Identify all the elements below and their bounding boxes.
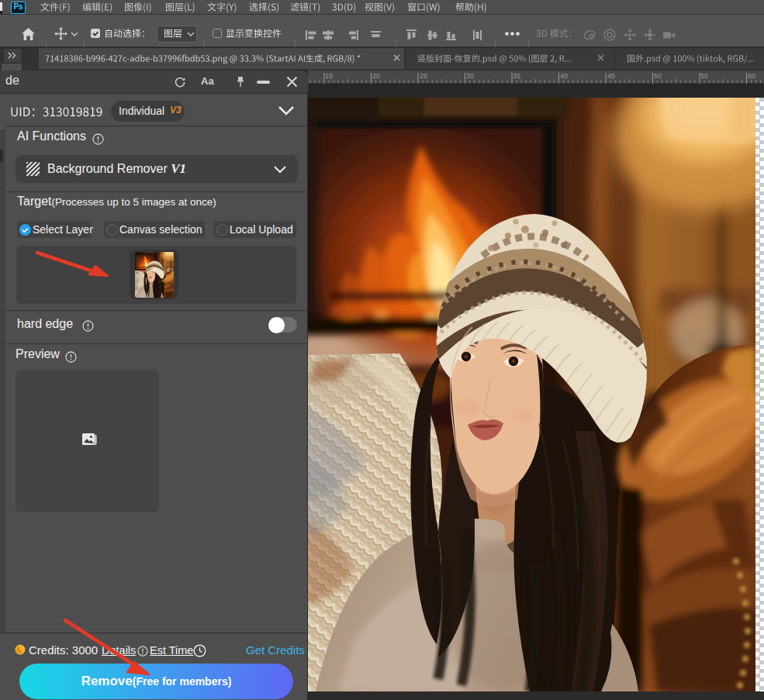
- svg-text:60: 60: [748, 72, 755, 80]
- svg-text:30: 30: [466, 72, 474, 80]
- svg-text:25: 25: [420, 72, 427, 80]
- svg-text:55: 55: [700, 72, 708, 80]
- svg-text:15: 15: [325, 72, 333, 80]
- svg-text:50: 50: [654, 72, 662, 80]
- svg-text:45: 45: [607, 72, 615, 80]
- svg-text:20: 20: [372, 72, 380, 80]
- svg-text:35: 35: [513, 72, 520, 80]
- svg-text:40: 40: [560, 72, 568, 80]
